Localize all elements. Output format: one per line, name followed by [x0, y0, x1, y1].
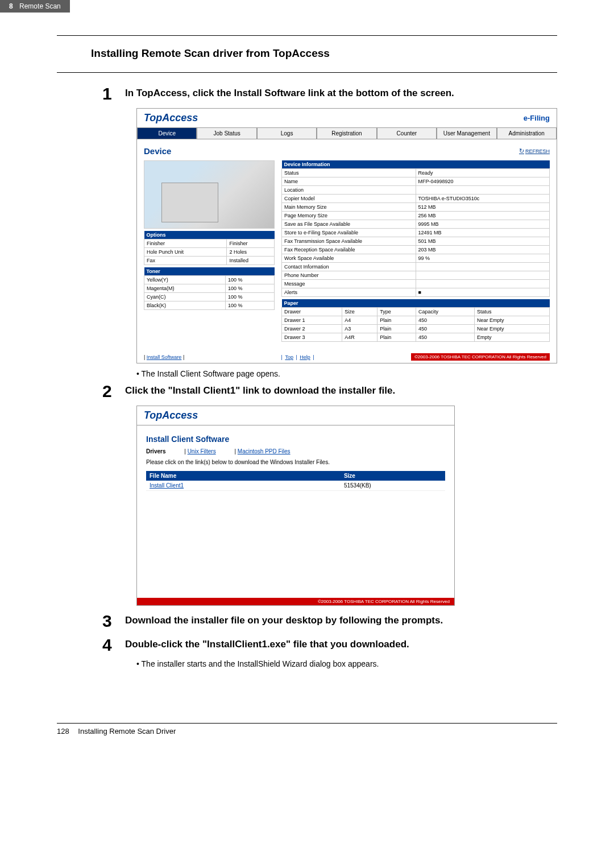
screenshot-topaccess-device: TopAccess e-Filing Device Job Status Log… — [136, 108, 557, 363]
topaccess-tabs: Device Job Status Logs Registration Coun… — [137, 127, 557, 139]
tab-mac-ppd[interactable]: Macintosh PPD Files — [238, 448, 291, 454]
step-2: 2 Click the "Install Client1" link to do… — [102, 382, 557, 401]
tab-drivers[interactable]: Drivers — [146, 448, 165, 454]
install-client1-link[interactable]: Install Client1 — [150, 482, 184, 489]
step-text: Double-click the "InstallClient1.exe" fi… — [125, 635, 557, 655]
step-number: 3 — [102, 611, 125, 631]
step-number: 2 — [102, 382, 125, 401]
step-text: In TopAccess, click the Install Software… — [125, 84, 557, 104]
step-4: 4 Double-click the "InstallClient1.exe" … — [102, 635, 557, 655]
tab-unix-filters[interactable]: Unix Filters — [188, 448, 216, 454]
footer-title: Installing Remote Scan Driver — [78, 727, 176, 735]
help-link[interactable]: Help — [300, 354, 310, 360]
section-title: Installing Remote Scan driver from TopAc… — [91, 47, 557, 60]
options-table: Options FinisherFinisher Hole Punch Unit… — [144, 231, 275, 265]
tab-admin[interactable]: Administration — [497, 127, 557, 139]
top-link[interactable]: Top — [285, 354, 293, 360]
step-text: Download the installer file on your desk… — [125, 611, 557, 631]
page-footer: 128 Installing Remote Scan Driver — [0, 717, 614, 741]
paper-table: Paper DrawerSize TypeCapacity Status Dra… — [281, 299, 550, 342]
device-title: Device — [144, 146, 171, 156]
efiling-link[interactable]: e-Filing — [524, 114, 550, 122]
topaccess-logo: TopAccess — [144, 410, 198, 421]
step-number: 1 — [102, 84, 125, 104]
page-header-num: 8 — [9, 2, 13, 10]
step-text: Click the "Install Client1" link to down… — [125, 382, 557, 401]
tab-logs[interactable]: Logs — [257, 127, 317, 139]
step4-note: The installer starts and the InstallShie… — [136, 659, 557, 668]
printer-image — [144, 160, 275, 229]
deviceinfo-table: Device Information StatusReady NameMFP-0… — [281, 160, 550, 297]
footer-page-num: 128 — [57, 727, 69, 735]
refresh-link[interactable]: REFRESH — [519, 147, 550, 155]
page-header-chapter: Remote Scan — [19, 2, 61, 10]
step-1: 1 In TopAccess, click the Install Softwa… — [102, 84, 557, 104]
screenshot-install-client: TopAccess Install Client Software Driver… — [136, 406, 455, 606]
page-header-tab: 8 Remote Scan — [0, 0, 70, 13]
tab-registration[interactable]: Registration — [317, 127, 376, 139]
refresh-icon — [519, 148, 525, 154]
file-size: 51534(KB) — [341, 481, 445, 491]
install-client-software-title: Install Client Software — [146, 435, 445, 444]
tab-device[interactable]: Device — [137, 127, 197, 139]
step1-note: The Install Client Software page opens. — [136, 369, 557, 378]
install-software-link[interactable]: Install Software — [147, 354, 182, 360]
copyright-bar: ©2003-2006 TOSHIBA TEC CORPORATION All R… — [137, 598, 454, 605]
topaccess-logo: TopAccess — [144, 112, 198, 124]
download-instruction: Please click on the link(s) below to dow… — [146, 459, 445, 465]
tab-jobstatus[interactable]: Job Status — [197, 127, 256, 139]
copyright-bar: ©2003-2006 TOSHIBA TEC CORPORATION All R… — [411, 353, 550, 361]
toner-table: Toner Yellow(Y)100 % Magenta(M)100 % Cya… — [144, 267, 275, 310]
step-number: 4 — [102, 635, 125, 655]
file-table: File Name Size Install Client1 51534(KB) — [146, 471, 445, 491]
tab-counter[interactable]: Counter — [377, 127, 437, 139]
step-3: 3 Download the installer file on your de… — [102, 611, 557, 631]
tab-usermgmt[interactable]: User Management — [437, 127, 496, 139]
top-rule — [57, 35, 557, 36]
